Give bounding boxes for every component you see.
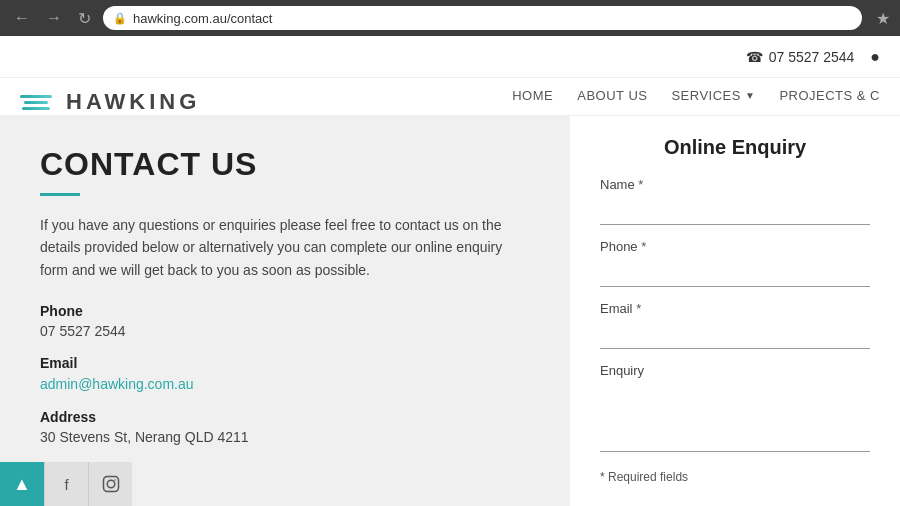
name-required-star: * [638,177,643,192]
phone-icon: ☎ [746,49,763,65]
logo-area: HAWKING [20,89,200,115]
email-section: Email admin@hawking.com.au [40,355,530,393]
phone-required-star: * [641,239,646,254]
phone-form-label: Phone * [600,239,870,254]
enquiry-group: Enquiry [600,363,870,456]
bookmark-button[interactable]: ★ [876,9,890,28]
contact-description: If you have any questions or enquiries p… [40,214,530,281]
site-header: HAWKING HOME ABOUT US SERVICES ▼ PROJECT… [0,78,900,116]
social-bar: ▲ f [0,462,132,506]
logo-waves [20,95,52,110]
nav-services[interactable]: SERVICES ▼ [671,88,755,103]
email-label: Email [40,355,530,371]
main-content: CONTACT US If you have any questions or … [0,116,900,506]
wave-line-1 [20,95,52,98]
instagram-button[interactable] [88,462,132,506]
address-label: Address [40,409,530,425]
wave-line-2 [24,101,48,104]
scroll-top-button[interactable]: ▲ [0,462,44,506]
forward-button[interactable]: → [42,5,66,31]
contact-left-panel: CONTACT US If you have any questions or … [0,116,570,506]
email-input[interactable] [600,320,870,349]
map-pin-icon: ● [870,48,880,66]
top-bar-right: ☎ 07 5527 2544 ● [746,48,880,66]
services-dropdown-arrow: ▼ [745,90,755,101]
contact-title: CONTACT US [40,146,530,183]
facebook-button[interactable]: f [44,462,88,506]
name-label: Name * [600,177,870,192]
enquiry-right-panel: Online Enquiry Name * Phone * Email [570,116,900,506]
enquiry-label: Enquiry [600,363,870,378]
main-nav: HOME ABOUT US SERVICES ▼ PROJECTS & C [512,88,880,115]
wave-line-3 [22,107,50,110]
phone-value: 07 5527 2544 [40,323,530,339]
website: ☎ 07 5527 2544 ● HAWKING HOME ABOUT US S… [0,36,900,506]
url-text: hawking.com.au/contact [133,11,272,26]
email-required-star: * [636,301,641,316]
email-group: Email * [600,301,870,349]
address-bar[interactable]: 🔒 hawking.com.au/contact [103,6,862,30]
phone-label: Phone [40,303,530,319]
email-link[interactable]: admin@hawking.com.au [40,376,194,392]
svg-point-2 [114,479,116,481]
secure-icon: 🔒 [113,12,127,25]
address-section: Address 30 Stevens St, Nerang QLD 4211 [40,409,530,445]
browser-chrome: ← → ↻ 🔒 hawking.com.au/contact ★ [0,0,900,36]
name-input[interactable] [600,196,870,225]
svg-rect-0 [103,477,118,492]
top-bar: ☎ 07 5527 2544 ● [0,36,900,78]
nav-projects[interactable]: PROJECTS & C [779,88,880,103]
enquiry-title: Online Enquiry [600,136,870,159]
svg-point-1 [107,480,115,488]
nav-home[interactable]: HOME [512,88,553,103]
phone-section: Phone 07 5527 2544 [40,303,530,339]
back-button[interactable]: ← [10,5,34,31]
phone-group: Phone * [600,239,870,287]
nav-about[interactable]: ABOUT US [577,88,647,103]
address-value: 30 Stevens St, Nerang QLD 4211 [40,429,530,445]
logo-text: HAWKING [66,89,200,115]
email-form-label: Email * [600,301,870,316]
enquiry-textarea[interactable] [600,382,870,452]
top-phone-number: 07 5527 2544 [769,49,855,65]
reload-button[interactable]: ↻ [74,5,95,32]
name-group: Name * [600,177,870,225]
phone-input[interactable] [600,258,870,287]
title-underline [40,193,80,196]
required-note: * Required fields [600,470,870,484]
